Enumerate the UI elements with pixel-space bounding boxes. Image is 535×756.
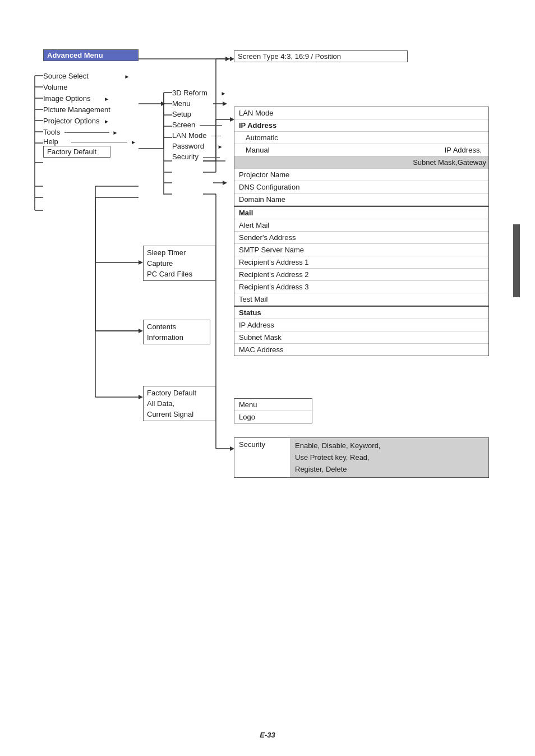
menu-item-source-select: Source Select ► [43, 72, 130, 80]
security-label: Security [234, 438, 290, 477]
senders-address-row: Sender's Address [234, 232, 488, 244]
svg-marker-16 [139, 329, 143, 333]
svg-marker-21 [139, 395, 143, 399]
screen-submenu-logo-row: Logo [234, 411, 312, 423]
mail-section-header: Mail [234, 206, 488, 219]
submenu2-container: Sleep Timer Capture PC Card Files [143, 246, 216, 281]
submenu1-screen: Screen [172, 121, 226, 129]
submenu1-3d-reform: 3D Reform ► [172, 89, 226, 97]
screen-submenu-menu-row: Menu [234, 399, 312, 411]
submenu2-capture: Capture [147, 258, 212, 269]
test-mail-row: Test Mail [234, 293, 488, 306]
svg-marker-1 [225, 57, 230, 61]
recipients-address-1-row: Recipient's Address 1 [234, 256, 488, 269]
status-section-header: Status [234, 306, 488, 319]
recipients-address-2-row: Recipient's Address 2 [234, 269, 488, 281]
advanced-menu-label: Advanced Menu [47, 51, 103, 59]
submenu1-lan-mode: LAN Mode [172, 131, 226, 140]
menu-item-factory-default: Factory Default [43, 146, 110, 158]
alert-mail-row: Alert Mail [234, 219, 488, 232]
submenu1-menu: Menu [172, 99, 226, 108]
submenu3-information: Information [147, 332, 206, 343]
projector-name-row: Projector Name [234, 169, 488, 181]
advanced-menu-box: Advanced Menu [43, 49, 139, 61]
screen-type-box: Screen Type 4:3, 16:9 / Position [234, 50, 408, 62]
lan-mode-panel: LAN Mode IP Address Automatic Manual IP … [234, 107, 489, 356]
menu-item-help: Help ► [43, 137, 136, 146]
submenu2-sleep-timer: Sleep Timer [147, 247, 212, 258]
mac-address-row: MAC Address [234, 344, 488, 356]
menu-item-volume: Volume [43, 83, 67, 91]
diagram-area: Advanced Menu Source Select ► Volume Ima… [15, 45, 520, 533]
page-number: E-33 [260, 731, 275, 739]
menu-item-projector-options: Projector Options ► [43, 117, 109, 125]
subnet-mask-gateway-row: Subnet Mask,Gateway [234, 156, 488, 169]
side-decoration-bar [513, 224, 520, 297]
submenu2-pc-card-files: PC Card Files [147, 269, 212, 279]
recipients-address-3-row: Recipient's Address 3 [234, 281, 488, 293]
automatic-row: Automatic [234, 132, 488, 144]
submenu3-contents: Contents [147, 321, 206, 332]
screen-type-label: Screen Type 4:3, 16:9 / Position [238, 52, 341, 61]
submenu1-security: Security [172, 153, 226, 161]
domain-name-row: Domain Name [234, 193, 488, 206]
manual-row: Manual IP Address, [234, 144, 488, 156]
screen-submenu-panel: Menu Logo [234, 398, 312, 423]
svg-marker-4 [161, 102, 165, 106]
submenu4-all-data: All Data, [147, 398, 212, 409]
svg-marker-18 [139, 329, 143, 333]
smtp-server-name-row: SMTP Server Name [234, 244, 488, 256]
submenu1-setup: Setup [172, 110, 226, 118]
submenu4-factory-default: Factory Default [147, 388, 212, 398]
page-container: Advanced Menu Source Select ► Volume Ima… [0, 0, 535, 756]
lan-mode-title-row: LAN Mode [234, 107, 488, 119]
submenu1-password: Password ► [172, 142, 226, 150]
submenu4-current-signal: Current Signal [147, 409, 212, 420]
subnet-mask-row: Subnet Mask [234, 331, 488, 344]
submenu1-container: 3D Reform ► Menu Setup Screen LAN Mode P… [172, 89, 226, 161]
svg-marker-35 [223, 181, 227, 185]
menu-item-picture-management: Picture Management [43, 105, 110, 114]
submenu4-container: Factory Default All Data, Current Signal [143, 386, 216, 421]
security-panel: Security Enable, Disable, Keyword,Use Pr… [234, 437, 489, 478]
menu-item-image-options: Image Options ► [43, 94, 109, 103]
svg-marker-11 [139, 260, 143, 265]
security-detail: Enable, Disable, Keyword,Use Protect key… [290, 438, 488, 477]
menu-item-tools: Tools ► [43, 128, 118, 136]
status-ip-address-row: IP Address [234, 319, 488, 331]
source-select-arrow: ► [124, 73, 130, 80]
security-row: Security Enable, Disable, Keyword,Use Pr… [234, 438, 488, 477]
dns-config-row: DNS Configuration [234, 181, 488, 193]
ip-address-row: IP Address [234, 119, 488, 132]
submenu3-container: Contents Information [143, 320, 210, 344]
